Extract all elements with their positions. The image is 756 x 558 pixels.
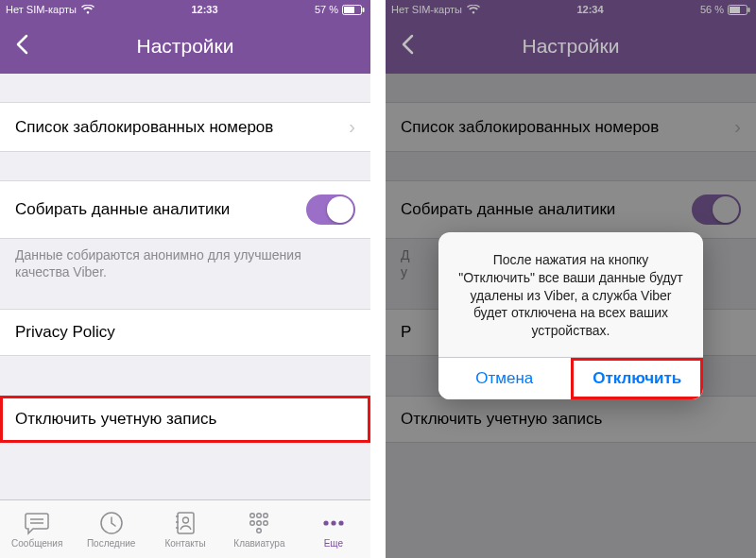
confirm-deactivate-button[interactable]: Отключить [571, 358, 704, 399]
tab-label: Еще [324, 538, 343, 549]
chevron-right-icon: › [349, 116, 355, 138]
tab-label: Клавиатура [233, 538, 284, 549]
tab-messages[interactable]: Сообщения [0, 510, 74, 549]
battery-label: 57 % [315, 4, 338, 15]
tab-recent[interactable]: Последние [74, 510, 147, 549]
back-button[interactable] [8, 26, 36, 66]
row-label: Список заблокированных номеров [15, 118, 273, 137]
phone-right: Нет SIM-карты 12:34 56 % Настройки Списо… [386, 0, 756, 558]
phone-left: Нет SIM-карты 12:33 57 % Настройки Списо… [0, 0, 370, 558]
svg-rect-17 [730, 7, 740, 13]
tab-keypad[interactable]: Клавиатура [222, 510, 296, 549]
tab-contacts[interactable]: Контакты [148, 510, 222, 549]
carrier-label: Нет SIM-карты [391, 4, 462, 15]
clock: 12:33 [191, 4, 217, 15]
wifi-icon [81, 5, 94, 14]
svg-point-8 [264, 514, 268, 518]
tab-label: Последние [87, 538, 135, 549]
svg-point-14 [331, 520, 335, 525]
svg-point-13 [323, 520, 328, 525]
svg-point-10 [257, 521, 262, 526]
more-icon [321, 510, 346, 536]
row-deactivate-account[interactable]: Отключить учетную запись [0, 396, 370, 443]
nav-bar: Настройки [386, 19, 756, 74]
row-blocked-numbers[interactable]: Список заблокированных номеров › [0, 102, 370, 152]
svg-rect-18 [747, 8, 749, 12]
svg-point-7 [257, 514, 262, 518]
svg-point-11 [264, 521, 268, 526]
alert-message: После нажатия на кнопку "Отключить" все … [438, 232, 703, 357]
clock-icon [99, 510, 124, 536]
contacts-icon [174, 510, 197, 536]
battery-icon [342, 5, 365, 15]
nav-bar: Настройки [0, 19, 370, 74]
settings-list: Список заблокированных номеров › Собират… [0, 74, 370, 499]
back-button[interactable] [393, 26, 421, 66]
svg-rect-1 [344, 7, 354, 13]
messages-icon [24, 510, 50, 536]
cancel-button[interactable]: Отмена [438, 358, 571, 399]
svg-point-9 [250, 521, 255, 526]
battery-icon [728, 5, 750, 15]
row-label: Отключить учетную запись [15, 410, 216, 429]
keypad-icon [247, 510, 271, 536]
row-label: Собирать данные аналитики [15, 200, 230, 219]
svg-point-15 [338, 520, 343, 525]
svg-rect-2 [362, 8, 364, 12]
tab-label: Контакты [164, 538, 205, 549]
analytics-footer: Данные собираются анонимно для улучшения… [0, 239, 370, 280]
clock: 12:34 [576, 4, 603, 15]
svg-point-5 [183, 517, 189, 523]
row-label: Privacy Policy [15, 323, 115, 342]
battery-label: 56 % [700, 4, 724, 15]
row-analytics-toggle[interactable]: Собирать данные аналитики [0, 180, 370, 239]
tab-bar: Сообщения Последние Контакты Клавиатура … [0, 499, 370, 558]
deactivate-alert: После нажатия на кнопку "Отключить" все … [438, 232, 703, 399]
wifi-icon [467, 5, 480, 14]
svg-point-12 [257, 529, 262, 533]
status-bar: Нет SIM-карты 12:33 57 % [0, 0, 370, 19]
row-privacy-policy[interactable]: Privacy Policy [0, 309, 370, 356]
carrier-label: Нет SIM-карты [6, 4, 77, 15]
modal-overlay: После нажатия на кнопку "Отключить" все … [386, 74, 756, 558]
analytics-toggle[interactable] [306, 194, 355, 225]
tab-label: Сообщения [11, 538, 62, 549]
page-title: Настройки [0, 35, 370, 58]
status-bar: Нет SIM-карты 12:34 56 % [386, 0, 756, 19]
svg-point-6 [250, 514, 255, 518]
tab-more[interactable]: Еще [297, 510, 370, 549]
page-title: Настройки [386, 35, 756, 58]
